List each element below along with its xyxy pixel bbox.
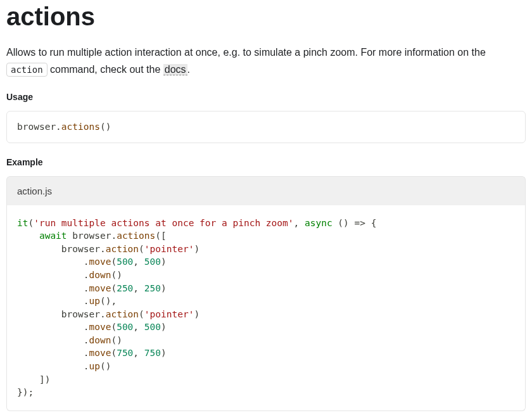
code-token: () xyxy=(100,296,111,306)
code-token: }); xyxy=(17,387,34,397)
code-token: action xyxy=(106,244,139,254)
code-token: async xyxy=(305,218,332,228)
code-token: . xyxy=(84,322,89,332)
code-token: . xyxy=(84,257,89,267)
code-token: () xyxy=(100,361,111,371)
code-token: 500 xyxy=(117,322,133,332)
intro-text-2: command, check out the xyxy=(48,64,163,75)
code-token: it xyxy=(17,218,28,228)
code-token: () xyxy=(100,122,111,132)
code-token: . xyxy=(84,270,89,280)
page-title: actions xyxy=(6,0,526,31)
code-token: . xyxy=(84,296,89,306)
code-token: , xyxy=(133,257,144,267)
code-token: move xyxy=(89,348,111,358)
code-token: 500 xyxy=(144,257,161,267)
code-token: ( xyxy=(28,218,34,228)
code-token: . xyxy=(111,231,117,241)
usage-code-block: browser.actions() xyxy=(6,111,526,143)
code-token: . xyxy=(84,283,89,293)
code-token: 500 xyxy=(144,322,161,332)
code-token: . xyxy=(84,348,89,358)
code-token: , xyxy=(133,283,144,293)
inline-code-action: action xyxy=(6,63,48,77)
code-token: 'pointer' xyxy=(144,244,194,254)
code-token: ]) xyxy=(39,374,50,385)
code-token: ( xyxy=(111,283,117,293)
code-token: ( xyxy=(139,309,144,319)
code-token: ( xyxy=(111,322,117,332)
code-token: browser xyxy=(17,122,56,132)
intro-text-1: Allows to run multiple action interactio… xyxy=(6,47,486,58)
code-token: . xyxy=(100,309,106,319)
code-token: ) xyxy=(194,244,200,254)
code-token: ( xyxy=(111,348,117,358)
example-code-block: it('run multiple actions at once for a p… xyxy=(6,205,526,411)
code-token: move xyxy=(89,257,111,267)
code-token: move xyxy=(89,283,111,293)
code-token: await xyxy=(39,231,67,241)
code-token: ) xyxy=(161,257,167,267)
code-token: 250 xyxy=(144,283,161,293)
code-token: , xyxy=(133,348,144,358)
code-token: ([ xyxy=(155,231,166,241)
code-token: move xyxy=(89,322,111,332)
code-token: 'run multiple actions at once for a pinc… xyxy=(34,218,293,228)
code-token: action xyxy=(106,309,139,319)
code-token: browser xyxy=(61,244,100,254)
code-token: browser xyxy=(61,309,100,319)
code-token: 750 xyxy=(144,348,161,358)
code-token: ) xyxy=(161,348,167,358)
code-token: up xyxy=(89,296,100,306)
code-token: ( xyxy=(111,257,117,267)
code-token: 500 xyxy=(117,257,133,267)
code-token: () xyxy=(111,335,122,345)
code-token: 750 xyxy=(117,348,133,358)
code-token: actions xyxy=(61,122,100,132)
code-token: ( xyxy=(139,244,144,254)
code-token: () xyxy=(111,270,122,280)
code-token: down xyxy=(89,270,111,280)
code-token: down xyxy=(89,335,111,345)
intro-text-3: . xyxy=(187,64,190,75)
code-token: actions xyxy=(117,231,155,241)
code-token: , xyxy=(294,218,305,228)
code-token: . xyxy=(100,244,106,254)
code-token: . xyxy=(84,335,89,345)
code-token: up xyxy=(89,361,100,371)
docs-link[interactable]: docs xyxy=(163,64,187,75)
code-token: . xyxy=(84,361,89,371)
code-token: ) xyxy=(161,283,167,293)
code-token: , xyxy=(133,322,144,332)
code-token: , xyxy=(111,296,117,306)
intro-paragraph: Allows to run multiple action interactio… xyxy=(6,44,526,78)
example-filename-tab: action.js xyxy=(6,176,526,205)
code-token: ) xyxy=(194,309,200,319)
usage-heading: Usage xyxy=(6,92,526,102)
code-token: () => { xyxy=(332,218,377,228)
code-token: 'pointer' xyxy=(144,309,194,319)
code-token: . xyxy=(56,122,61,132)
code-token: browser xyxy=(72,231,111,241)
code-token: ) xyxy=(161,322,167,332)
example-heading: Example xyxy=(6,157,526,167)
code-token: 250 xyxy=(117,283,133,293)
